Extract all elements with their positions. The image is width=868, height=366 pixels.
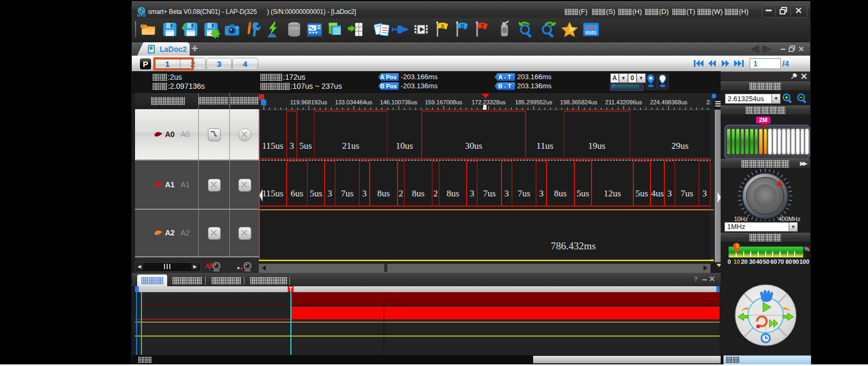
svg-text:115us: 115us: [262, 141, 283, 151]
svg-text:3: 3: [327, 188, 332, 199]
svg-text:2: 2: [433, 188, 438, 199]
svg-text:185.299552us: 185.299552us: [515, 99, 552, 105]
svg-text:198.365824us: 198.365824us: [560, 99, 597, 105]
svg-text:7us: 7us: [483, 188, 496, 199]
svg-text:3: 3: [362, 188, 367, 199]
svg-text:172.23328us: 172.23328us: [472, 99, 506, 105]
svg-text:12us: 12us: [604, 188, 621, 199]
svg-text:211.432096us: 211.432096us: [605, 99, 642, 105]
svg-text:19us: 19us: [588, 141, 605, 151]
svg-text:8us: 8us: [554, 188, 567, 199]
svg-text:11us: 11us: [536, 141, 553, 151]
svg-text:133.034464us: 133.034464us: [335, 99, 372, 105]
svg-text:21us: 21us: [342, 141, 359, 151]
svg-text:237.5: 237.5: [706, 99, 710, 105]
svg-text:786.432ms: 786.432ms: [551, 240, 596, 251]
svg-text:3: 3: [289, 141, 294, 151]
svg-text:5us: 5us: [310, 188, 323, 199]
svg-text:3: 3: [504, 188, 509, 199]
svg-text:T: T: [481, 24, 484, 29]
svg-text:LaDoc2: LaDoc2: [160, 45, 187, 54]
svg-text:159.167008us: 159.167008us: [425, 99, 462, 105]
svg-text:6us: 6us: [290, 188, 303, 199]
svg-text:10us: 10us: [396, 141, 413, 151]
svg-text:7us: 7us: [518, 188, 530, 199]
svg-text:29us: 29us: [671, 141, 689, 151]
svg-text:7us: 7us: [341, 188, 354, 199]
svg-text:7us: 7us: [680, 188, 693, 199]
svg-text:8us: 8us: [377, 188, 390, 199]
svg-text:8us: 8us: [412, 188, 425, 199]
svg-text:B: B: [461, 24, 465, 29]
svg-text:4us: 4us: [651, 188, 664, 199]
svg-text:5us: 5us: [299, 141, 312, 151]
svg-text:224.498368us: 224.498368us: [650, 99, 687, 105]
svg-text:146.100736us: 146.100736us: [380, 99, 417, 105]
svg-text:115us: 115us: [262, 188, 283, 199]
svg-text:8us: 8us: [446, 188, 459, 199]
svg-text:3: 3: [667, 188, 672, 199]
svg-text:A: A: [441, 24, 445, 29]
svg-text:30us: 30us: [465, 141, 482, 151]
svg-text:5us: 5us: [577, 188, 589, 199]
svg-text:3: 3: [539, 188, 544, 199]
svg-text:3: 3: [702, 188, 707, 199]
svg-text:3: 3: [470, 188, 475, 199]
svg-text:5us: 5us: [635, 188, 648, 199]
svg-text:119.968192us: 119.968192us: [290, 99, 327, 105]
svg-text:0101: 0101: [586, 30, 596, 35]
svg-text:2: 2: [399, 188, 403, 199]
